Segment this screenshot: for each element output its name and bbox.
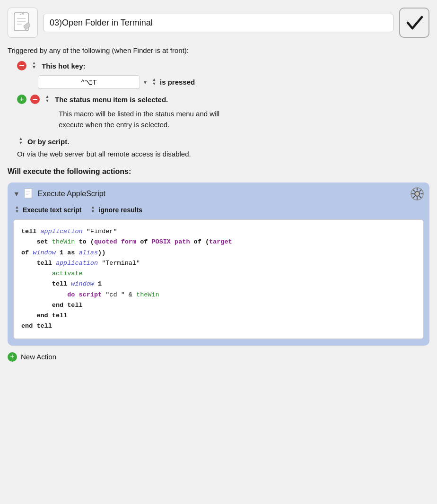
or-script-label: Or by script. [27,138,69,146]
action-header: ▼ Execute AppleScript [13,187,424,200]
new-action-button[interactable] [8,352,17,362]
script-stepper[interactable]: ▲ ▼ [17,137,25,146]
new-action-row: New Action [8,352,429,362]
code-line-8: end tell [21,300,416,311]
svg-rect-4 [24,189,32,198]
web-server-text: Or via the web server but all remote acc… [17,150,429,158]
new-action-label: New Action [21,353,56,361]
code-line-5: activate [21,269,416,279]
execute-text-script-label: Execute text script [23,206,82,214]
status-menu-label: The status menu item is selected. [55,96,168,104]
ignore-results-option[interactable]: ▲ ▼ ignore results [89,205,143,215]
code-editor[interactable]: tell application "Finder" set theWin to … [13,219,424,339]
hotkey-dropdown-arrow[interactable]: ▾ [144,79,147,86]
svg-line-16 [413,197,415,198]
status-stepper[interactable]: ▲ ▼ [44,95,51,104]
svg-line-15 [420,190,421,191]
collapse-button[interactable]: ▼ [13,190,20,198]
remove-status-button[interactable] [30,95,40,104]
code-line-4: tell application "Terminal" [21,258,416,269]
action-script-icon [24,188,34,200]
script-icon [8,8,38,38]
code-line-3: of window 1 as alias)) [21,248,416,258]
status-menu-trigger-row: ▲ ▼ The status menu item is selected. [17,95,429,104]
macro-title-input[interactable] [44,14,393,32]
ignore-results-label: ignore results [99,206,143,214]
action-title: Execute AppleScript [38,190,105,198]
code-line-6: tell window 1 [21,279,416,289]
trigger-description: Triggered by any of the following (when … [8,46,429,54]
code-line-9: end tell [21,311,416,321]
svg-line-13 [413,190,415,191]
results-stepper[interactable]: ▲ ▼ [89,205,97,215]
execute-stepper[interactable]: ▲ ▼ [13,205,21,215]
gear-icon[interactable] [411,187,424,200]
trigger-section: ▲ ▼ This hot key: ▾ ▲ ▼ is pressed ▲ ▼ T… [17,61,429,158]
is-pressed-text: is pressed [160,78,195,86]
svg-line-14 [420,197,421,198]
actions-section-title: Will execute the following actions: [8,167,429,176]
is-pressed-label: ▲ ▼ is pressed [150,78,195,87]
hotkey-stepper[interactable]: ▲ ▼ [30,61,38,70]
action-title-row: ▼ Execute AppleScript [13,188,105,200]
code-line-1: tell application "Finder" [21,226,416,237]
svg-point-8 [415,191,420,196]
hotkey-input-row: ▾ ▲ ▼ is pressed [38,75,429,89]
hotkey-trigger-row: ▲ ▼ This hot key: [17,61,429,70]
code-line-2: set theWin to (quoted form of POSIX path… [21,237,416,247]
header-row [8,8,429,38]
status-menu-description: This macro will be listed in the status … [59,109,429,130]
confirm-button[interactable] [399,8,429,38]
pressed-stepper[interactable]: ▲ ▼ [150,78,158,87]
hotkey-label: This hot key: [42,62,86,70]
or-script-row: ▲ ▼ Or by script. [17,137,429,146]
code-line-7: do script "cd " & theWin [21,290,416,300]
action-options-row: ▲ ▼ Execute text script ▲ ▼ ignore resul… [13,205,424,215]
execute-text-script-option[interactable]: ▲ ▼ Execute text script [13,205,82,215]
action-block: ▼ Execute AppleScript [8,182,429,346]
remove-hotkey-button[interactable] [17,61,26,70]
hotkey-input[interactable] [38,75,140,89]
code-line-10: end tell [21,321,416,331]
add-trigger-button[interactable] [17,95,26,104]
